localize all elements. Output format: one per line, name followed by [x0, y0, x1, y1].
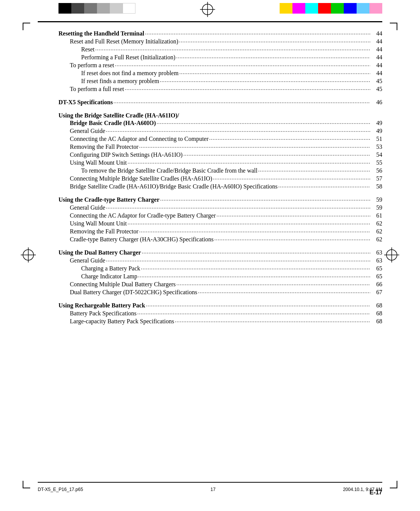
toc-dots — [128, 158, 370, 165]
toc-label-performing-full: Performing a Full Reset (Initialization) — [81, 54, 175, 61]
corner-tr — [390, 23, 397, 30]
toc-label-general-guide-3: General Guide — [70, 257, 105, 264]
toc-label-removing-fall-2: Removing the Fall Protector — [70, 228, 138, 235]
toc-page: 49 — [371, 128, 382, 134]
toc-entry-reset: Reset44 — [58, 46, 382, 53]
toc-entry-bridge-satellite: Using the Bridge Satellite Cradle (HA-A6… — [58, 112, 382, 119]
toc-entry-general-guide-3: General Guide63 — [58, 257, 382, 264]
toc-page: 66 — [371, 281, 382, 288]
toc-label-removing-fall-1: Removing the Fall Protector — [70, 144, 138, 150]
toc-dots — [258, 166, 370, 173]
toc-label-using-wall-2: Using Wall Mount Unit — [70, 220, 127, 227]
footer-left: DT-X5_E_P16_17.p65 — [38, 487, 83, 492]
toc-label-resetting: Resetting the Handheld Terminal — [58, 30, 144, 37]
toc-page: 63 — [371, 257, 382, 264]
top-bar — [0, 0, 420, 21]
toc-page: 54 — [371, 151, 382, 158]
toc-entry-resetting: Resetting the Handheld Terminal44 — [58, 30, 382, 37]
toc-entry-charge-indicator: Charge Indicator Lamp65 — [58, 273, 382, 280]
toc-page: 57 — [371, 175, 382, 182]
toc-dots — [179, 69, 370, 76]
toc-page: 68 — [371, 310, 382, 317]
toc-label-connecting-multiple-2: Connecting Multiple Dual Battery Charger… — [70, 281, 176, 288]
toc-entry-dual-specs: Dual Battery Charger (DT-5022CHG) Specif… — [58, 289, 382, 296]
page-container: Resetting the Handheld Terminal44Reset a… — [0, 0, 420, 511]
toc-dots — [177, 280, 370, 287]
toc-page: 53 — [371, 144, 382, 150]
toc-page: 58 — [371, 183, 382, 190]
toc-dots — [146, 301, 370, 308]
toc-entry-charging-battery: Charging a Battery Pack65 — [58, 265, 382, 272]
toc-page: 62 — [371, 236, 382, 243]
toc-entry-large-capacity-specs: Large-capacity Battery Pack Specificatio… — [58, 318, 382, 325]
corner-br — [390, 481, 397, 488]
toc-entry-to-remove-bridge: To remove the Bridge Satellite Cradle/Br… — [58, 167, 382, 174]
page-badge: E-17 — [369, 489, 382, 496]
toc-page: 56 — [371, 167, 382, 174]
toc-entry-general-guide-2: General Guide59 — [58, 204, 382, 212]
toc-page: 44 — [371, 38, 382, 45]
toc-dots — [137, 309, 370, 316]
swatch-white — [123, 3, 135, 14]
toc-dots — [209, 134, 370, 142]
toc-entry-rechargeable: Using Rechargeable Battery Pack68 — [58, 302, 382, 309]
toc-label-general-guide-1: General Guide — [70, 128, 105, 134]
swatch-pink — [369, 3, 382, 14]
swatch-blue — [344, 3, 357, 14]
toc-page: 68 — [371, 318, 382, 325]
toc-dots — [95, 45, 370, 52]
toc-entry-battery-specs: Battery Pack Specifications68 — [58, 310, 382, 317]
toc-label-if-memory: If reset finds a memory problem — [81, 78, 159, 85]
toc-entry-general-guide-1: General Guide49 — [58, 128, 382, 135]
toc-label-configuring-dip: Configuring DIP Switch Settings (HA-A61I… — [70, 151, 183, 158]
toc-label-charge-indicator: Charge Indicator Lamp — [81, 273, 137, 280]
toc-entry-to-perform-reset: To perform a reset44 — [58, 62, 382, 69]
swatch-light-blue — [357, 3, 369, 14]
toc-entry-dual-battery: Using the Dual Battery Charger63 — [58, 249, 382, 256]
toc-label-battery-specs: Battery Pack Specifications — [70, 310, 137, 317]
toc-page: 63 — [371, 249, 382, 256]
toc-dots — [183, 150, 370, 157]
toc-page: 65 — [371, 265, 382, 272]
toc-label-cradle-battery: Using the Cradle-type Battery Charger — [58, 196, 160, 203]
corner-bl — [23, 481, 30, 488]
toc-entry-to-perform-full: To perform a full reset45 — [58, 86, 382, 93]
toc-page: 44 — [371, 70, 382, 77]
toc-page: 59 — [371, 204, 382, 211]
toc-entry-if-memory: If reset finds a memory problem45 — [58, 78, 382, 85]
toc-content: Resetting the Handheld Terminal44Reset a… — [58, 30, 382, 473]
toc-dots — [139, 227, 370, 234]
toc-label-bridge-satellite-specs: Bridge Satellite Cradle (HA-A61IO)/Bridg… — [70, 183, 278, 190]
toc-label-if-no-memory: If reset does not find a memory problem — [81, 70, 178, 77]
toc-entry-using-wall-1: Using Wall Mount Unit55 — [58, 159, 382, 167]
toc-page: 51 — [371, 136, 382, 142]
toc-label-bridge-satellite: Using the Bridge Satellite Cradle (HA-A6… — [58, 112, 179, 119]
toc-dots — [128, 219, 370, 226]
toc-label-large-capacity-specs: Large-capacity Battery Pack Specificatio… — [70, 318, 174, 325]
color-blocks-right — [280, 3, 382, 14]
crosshair-right — [384, 247, 399, 264]
corner-tl — [23, 23, 30, 30]
toc-label-connecting-multiple-1: Connecting Multiple Bridge Satellite Cra… — [70, 175, 212, 182]
toc-dots — [217, 211, 370, 218]
toc-page: 59 — [371, 196, 382, 203]
footer-center: 17 — [211, 487, 215, 492]
swatch-gray1 — [84, 3, 97, 14]
toc-entry-cradle-specs: Cradle-type Battery Charger (HA-A30CHG) … — [58, 236, 382, 243]
toc-page: 44 — [371, 62, 382, 69]
toc-entry-using-wall-2: Using Wall Mount Unit62 — [58, 220, 382, 227]
toc-dots — [160, 195, 371, 202]
toc-dots — [213, 174, 370, 181]
toc-dots — [214, 235, 370, 242]
toc-page: 45 — [371, 86, 382, 93]
toc-dots — [141, 264, 370, 271]
swatch-red — [318, 3, 331, 14]
toc-dots — [139, 142, 370, 150]
toc-page: 44 — [371, 46, 382, 53]
toc-dots — [278, 182, 370, 189]
footer: DT-X5_E_P16_17.p65 17 2004.10.1, 9:47 AM — [38, 487, 382, 492]
toc-label-general-guide-2: General Guide — [70, 204, 105, 211]
toc-label-dual-specs: Dual Battery Charger (DT-5022CHG) Specif… — [70, 289, 197, 296]
toc-page: 45 — [371, 78, 382, 85]
swatch-gray2 — [97, 3, 110, 14]
